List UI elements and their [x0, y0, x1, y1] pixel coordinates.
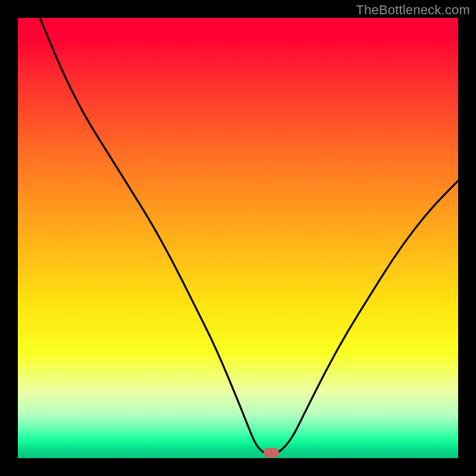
gradient-background — [18, 18, 458, 458]
chart-frame: TheBottleneck.com — [0, 0, 476, 476]
watermark-text: TheBottleneck.com — [356, 2, 470, 18]
plot-area — [18, 18, 458, 458]
